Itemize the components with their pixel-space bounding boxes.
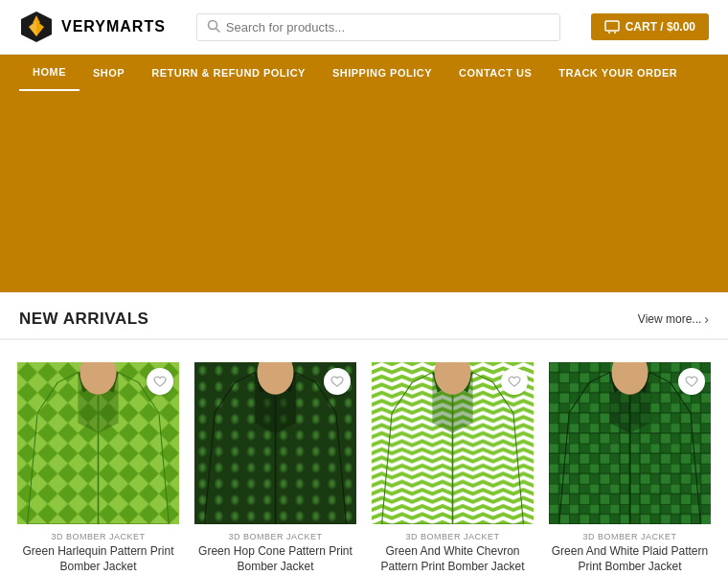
nav-item-home[interactable]: HOME [19,55,80,91]
heart-icon [685,375,698,388]
nav-item-shipping[interactable]: SHIPPING POLICY [319,56,445,90]
view-more-label: View more... [638,312,701,326]
nav-item-track-order[interactable]: TRACK YOUR ORDER [545,56,691,90]
new-arrivals-header: NEW ARRIVALS View more... › [0,292,728,340]
product-category: 3D BOMBER JACKET [549,532,711,541]
logo[interactable]: VERYMARTS [19,10,166,44]
new-arrivals-title: NEW ARRIVALS [19,310,148,329]
header: VERYMARTS CART / $0.00 [0,0,728,55]
search-icon [207,19,220,35]
product-image-wrap [17,362,179,524]
view-more-link[interactable]: View more... › [638,311,709,327]
wishlist-button[interactable] [678,368,705,395]
product-name: Green And White Chevron Pattern Print Bo… [372,544,534,574]
product-category: 3D BOMBER JACKET [17,532,179,541]
cart-button[interactable]: CART / $0.00 [591,13,709,40]
wishlist-button[interactable] [501,368,528,395]
search-bar[interactable] [196,13,560,41]
product-name: Green Hop Cone Pattern Print Bomber Jack… [194,544,356,574]
svg-line-5 [216,28,219,32]
cart-label: CART / $0.00 [626,20,695,34]
product-card: 3D BOMBER JACKET Green And White Chevron… [364,355,541,575]
product-name: Green Harlequin Pattern Print Bomber Jac… [17,544,179,574]
main-nav: HOME SHOP RETURN & REFUND POLICY SHIPPIN… [0,55,728,91]
nav-item-return-refund[interactable]: RETURN & REFUND POLICY [138,56,319,90]
chevron-right-icon: › [704,311,709,327]
product-category: 3D BOMBER JACKET [194,532,356,541]
product-image-wrap [372,362,534,524]
product-category: 3D BOMBER JACKET [372,532,534,541]
heart-icon [153,375,167,388]
svg-point-7 [608,32,610,34]
svg-rect-6 [605,21,619,31]
wishlist-button[interactable] [147,368,173,395]
svg-point-8 [614,32,616,34]
search-input[interactable] [226,20,550,34]
cart-icon [604,20,620,34]
hero-banner [0,91,728,292]
product-card: 3D BOMBER JACKET Green Hop Cone Pattern … [187,355,364,575]
product-card: 3D BOMBER JACKET Green And White Plaid P… [541,355,718,575]
heart-icon [330,375,344,388]
products-grid: 3D BOMBER JACKET Green Harlequin Pattern… [0,340,728,575]
logo-icon [19,10,54,44]
logo-text: VERYMARTS [61,18,166,35]
product-image-wrap [549,362,711,524]
product-name: Green And White Plaid Pattern Print Bomb… [549,544,711,574]
product-card: 3D BOMBER JACKET Green Harlequin Pattern… [10,355,187,575]
heart-icon [508,375,521,388]
product-image-wrap [194,362,356,524]
nav-item-contact[interactable]: CONTACT US [445,56,545,90]
nav-item-shop[interactable]: SHOP [80,56,138,90]
wishlist-button[interactable] [324,368,351,395]
